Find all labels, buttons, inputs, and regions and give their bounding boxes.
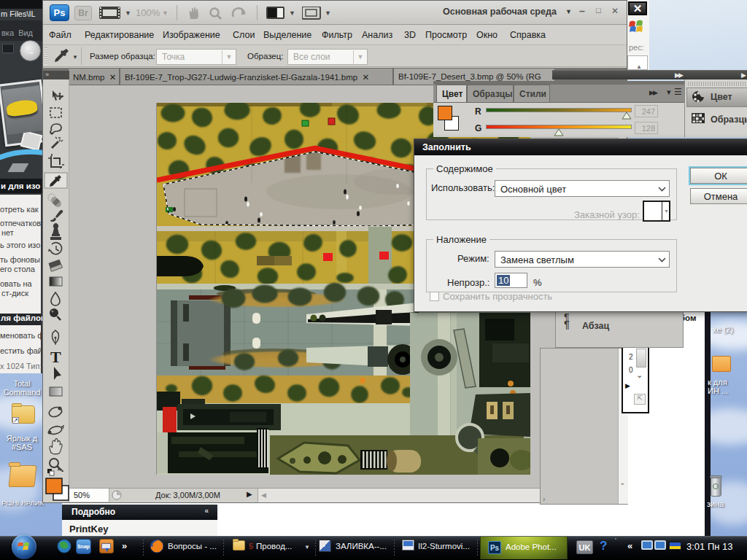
svg-text:T: T (50, 348, 61, 366)
